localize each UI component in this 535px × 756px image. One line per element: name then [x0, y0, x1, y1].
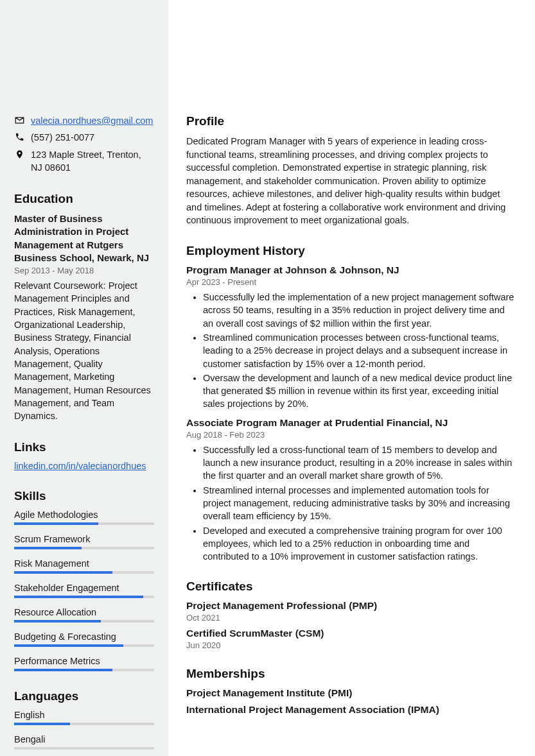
languages-heading: Languages — [14, 689, 154, 703]
contact-address-row: 123 Maple Street, Trenton, NJ 08601 — [14, 148, 154, 175]
language-bar — [14, 723, 154, 725]
language-item: Bengali — [14, 734, 154, 750]
memberships-heading: Memberships — [186, 667, 514, 681]
skill-item: Budgeting & Forecasting — [14, 631, 154, 647]
language-name: Bengali — [14, 734, 154, 744]
job-bullet: Streamlined internal processes and imple… — [203, 484, 514, 523]
skill-name: Stakeholder Engagement — [14, 583, 154, 593]
job-bullet: Developed and executed a comprehensive t… — [203, 524, 514, 563]
job-dates: Aug 2018 - Feb 2023 — [186, 430, 514, 440]
skill-item: Scrum Framework — [14, 534, 154, 549]
profile-heading: Profile — [186, 114, 514, 128]
location-icon — [14, 150, 24, 162]
skill-bar — [14, 547, 154, 549]
certificate-title: Certified ScrumMaster (CSM) — [186, 628, 514, 639]
skill-fill — [14, 522, 98, 525]
skill-name: Budgeting & Forecasting — [14, 631, 154, 642]
language-name: English — [14, 710, 154, 720]
contact-email-row: valecia.nordhues@gmail.com — [14, 114, 154, 128]
language-fill — [14, 723, 70, 725]
skill-fill — [14, 644, 123, 647]
education-description: Relevant Coursework: Project Management … — [14, 279, 154, 422]
certificate-item: Certified ScrumMaster (CSM) Jun 2020 — [186, 628, 514, 650]
profile-text: Dedicated Program Manager with 5 years o… — [186, 135, 514, 227]
skill-item: Agile Methodologies — [14, 510, 154, 525]
job-dates: Apr 2023 - Present — [186, 277, 514, 287]
certificate-item: Project Management Professional (PMP) Oc… — [186, 600, 514, 623]
contact-phone-row: (557) 251-0077 — [14, 131, 154, 145]
membership-title: Project Management Institute (PMI) — [186, 687, 514, 699]
membership-item: Project Management Institute (PMI) — [186, 687, 514, 699]
linkedin-link[interactable]: linkedin.com/in/valecianordhues — [14, 461, 146, 471]
certificate-date: Jun 2020 — [186, 640, 514, 650]
skill-bar — [14, 596, 154, 598]
memberships-list: Project Management Institute (PMI)Intern… — [186, 687, 514, 716]
certificate-date: Oct 2021 — [186, 613, 514, 623]
membership-title: International Project Management Associa… — [186, 704, 514, 716]
skill-item: Resource Allocation — [14, 607, 154, 623]
job-bullet: Oversaw the development and launch of a … — [203, 372, 514, 411]
skill-bar — [14, 669, 154, 671]
membership-item: International Project Management Associa… — [186, 704, 514, 716]
job-title: Associate Program Manager at Prudential … — [186, 417, 514, 429]
job-bullet: Streamlined communication processes betw… — [203, 331, 514, 370]
skill-fill — [14, 571, 112, 574]
education-heading: Education — [14, 192, 154, 206]
skill-name: Risk Management — [14, 558, 154, 569]
job-bullet: Successfully led a cross-functional team… — [203, 443, 514, 483]
skill-bar — [14, 620, 154, 623]
skill-name: Agile Methodologies — [14, 510, 154, 520]
sidebar: valecia.nordhues@gmail.com (557) 251-007… — [0, 0, 168, 756]
links-heading: Links — [14, 440, 154, 454]
skill-fill — [14, 669, 112, 671]
language-item: English — [14, 710, 154, 725]
skill-item: Risk Management — [14, 558, 154, 574]
certificate-title: Project Management Professional (PMP) — [186, 600, 514, 612]
skill-bar — [14, 571, 154, 574]
job-title: Program Manager at Johnson & Johnson, NJ — [186, 264, 514, 276]
skill-bar — [14, 522, 154, 525]
skill-item: Performance Metrics — [14, 656, 154, 671]
skill-fill — [14, 596, 143, 598]
job-bullets: Successfully led a cross-functional team… — [186, 443, 514, 563]
skills-list: Agile Methodologies Scrum Framework Risk… — [14, 510, 154, 671]
job-item: Associate Program Manager at Prudential … — [186, 417, 514, 563]
education-degree: Master of Business Administration in Pro… — [14, 212, 154, 264]
languages-list: English Bengali — [14, 710, 154, 750]
certificates-list: Project Management Professional (PMP) Oc… — [186, 600, 514, 650]
skill-name: Resource Allocation — [14, 607, 154, 617]
email-icon — [14, 116, 24, 128]
job-item: Program Manager at Johnson & Johnson, NJ… — [186, 264, 514, 411]
certificates-heading: Certificates — [186, 580, 514, 594]
jobs-list: Program Manager at Johnson & Johnson, NJ… — [186, 264, 514, 563]
skills-heading: Skills — [14, 489, 154, 503]
address-text: 123 Maple Street, Trenton, NJ 08601 — [31, 148, 154, 175]
skill-fill — [14, 547, 82, 549]
skill-name: Scrum Framework — [14, 534, 154, 544]
job-bullet: Successfully led the implementation of a… — [203, 291, 514, 330]
skill-fill — [14, 620, 101, 623]
employment-heading: Employment History — [186, 244, 514, 258]
main-content: Profile Dedicated Program Manager with 5… — [168, 0, 535, 756]
email-link[interactable]: valecia.nordhues@gmail.com — [31, 114, 153, 127]
phone-icon — [14, 132, 24, 145]
skill-name: Performance Metrics — [14, 656, 154, 666]
language-bar — [14, 747, 154, 750]
phone-text: (557) 251-0077 — [31, 131, 94, 144]
skill-bar — [14, 644, 154, 647]
job-bullets: Successfully led the implementation of a… — [186, 291, 514, 411]
skill-item: Stakeholder Engagement — [14, 583, 154, 598]
education-dates: Sep 2013 - May 2018 — [14, 266, 154, 275]
